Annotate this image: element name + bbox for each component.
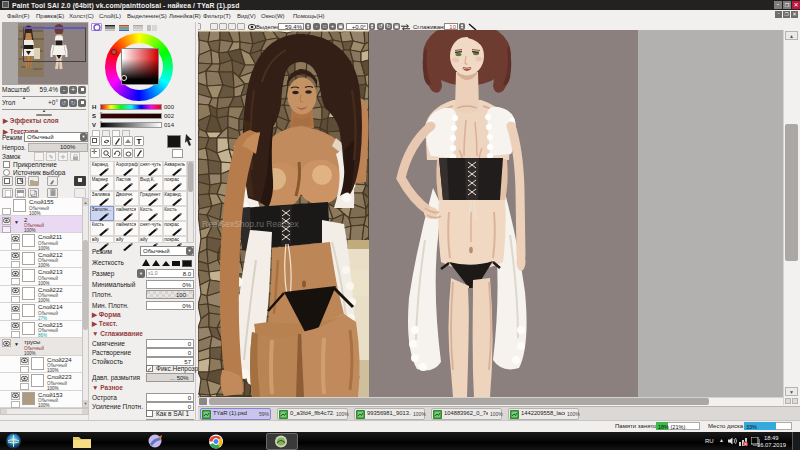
svg-text:RealSexShop.ru RealSex: RealSexShop.ru RealSex (202, 219, 299, 229)
